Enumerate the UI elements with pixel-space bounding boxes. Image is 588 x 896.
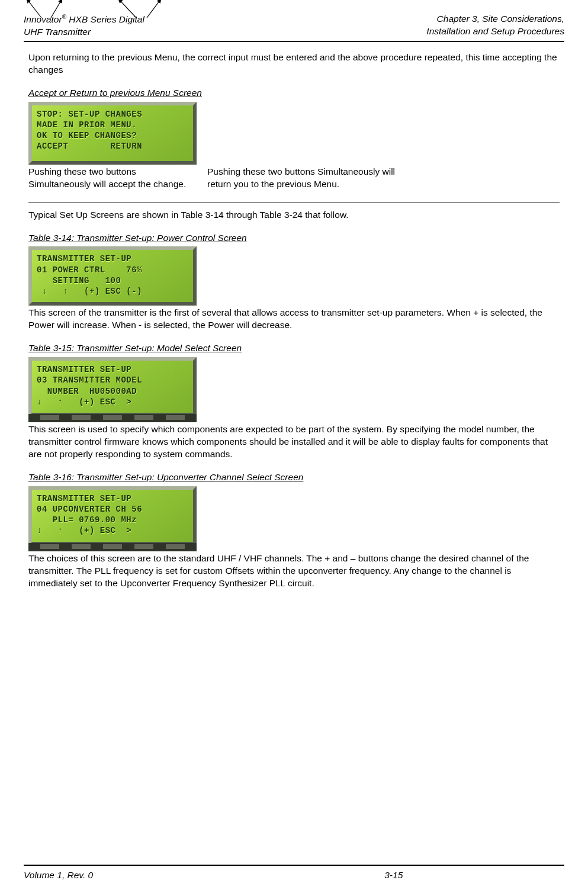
lcd-display-14: TRANSMITTER SET-UP 01 POWER CTRL 76% SET…	[28, 246, 197, 306]
table-14-caption: Table 3-14: Transmitter Set-up: Power Co…	[28, 232, 560, 245]
lcd1-line4: ACCEPT RETURN	[37, 142, 142, 151]
t16-l1: TRANSMITTER SET-UP	[37, 494, 131, 503]
chapter-title-2: Installation and Setup Procedures	[426, 26, 564, 36]
intro-paragraph: Upon returning to the previous Menu, the…	[28, 52, 560, 76]
table-16-desc: The choices of this screen are to the st…	[28, 553, 560, 590]
lcd-photo-16: TRANSMITTER SET-UP 04 UPCONVERTER CH 56 …	[28, 486, 560, 551]
t14-l2: 01 POWER CTRL 76%	[37, 265, 142, 275]
button-nub	[40, 544, 59, 549]
button-nub	[40, 415, 59, 420]
t16-l3: PLL= 0769.00 MHz	[37, 515, 137, 525]
button-nub	[134, 544, 153, 549]
header-subtitle: UHF Transmitter	[24, 27, 91, 37]
button-nub	[103, 415, 122, 420]
svg-line-1	[51, 0, 62, 18]
button-nub	[166, 415, 185, 420]
button-nub	[103, 544, 122, 549]
lcd-display-1: STOP: SET-UP CHANGES MADE IN PRIOR MENU.…	[28, 102, 197, 165]
chapter-title-1: Chapter 3, Site Considerations,	[437, 14, 564, 24]
button-nub	[134, 415, 153, 420]
annotation-right: Pushing these two buttons Simultaneously…	[207, 166, 397, 191]
lcd1-line3: OK TO KEEP CHANGES?	[37, 131, 137, 140]
t16-l4: ↓ ↑ (+) ESC >	[37, 526, 131, 535]
table-15-caption: Table 3-15: Transmitter Set-up: Model Se…	[28, 342, 560, 355]
header-right: Chapter 3, Site Considerations, Installa…	[426, 13, 564, 38]
section-divider	[28, 203, 560, 203]
table-14-desc: This screen of the transmitter is the fi…	[28, 307, 560, 332]
button-row-16	[28, 543, 197, 551]
lcd-photo-14: TRANSMITTER SET-UP 01 POWER CTRL 76% SET…	[28, 246, 560, 306]
header-divider	[24, 41, 564, 42]
button-nub	[72, 415, 91, 420]
lcd-photo-15: TRANSMITTER SET-UP 03 TRANSMITTER MODEL …	[28, 357, 560, 422]
annotation-arrows	[0, 0, 184, 20]
svg-line-2	[118, 0, 136, 18]
annotation-left: Pushing these two buttons Simultaneously…	[28, 166, 193, 191]
lcd1-line2: MADE IN PRIOR MENU.	[37, 120, 137, 130]
t15-l2: 03 TRANSMITTER MODEL	[37, 375, 142, 385]
t15-l1: TRANSMITTER SET-UP	[37, 365, 131, 374]
t14-l4: ↓ ↑ (+) ESC (-)	[37, 287, 142, 296]
lcd-display-16: TRANSMITTER SET-UP 04 UPCONVERTER CH 56 …	[28, 486, 197, 545]
t14-l1: TRANSMITTER SET-UP	[37, 254, 131, 264]
svg-line-0	[27, 0, 41, 18]
accept-caption: Accept or Return to previous Menu Screen	[28, 87, 560, 99]
table-15-desc: This screen is used to specify which com…	[28, 423, 560, 461]
t14-l3: SETTING 100	[37, 276, 121, 285]
table-16-caption: Table 3-16: Transmitter Set-up: Upconver…	[28, 471, 560, 484]
svg-line-3	[147, 0, 161, 18]
button-nub	[72, 544, 91, 549]
t15-l3: NUMBER HU05000AD	[37, 387, 137, 396]
t15-l4: ↓ ↑ (+) ESC >	[37, 397, 131, 407]
button-row-15	[28, 414, 197, 422]
button-nub	[166, 544, 185, 549]
annotation-row: Pushing these two buttons Simultaneously…	[28, 166, 560, 191]
typical-paragraph: Typical Set Up Screens are shown in Tabl…	[28, 209, 560, 221]
lcd1-line1: STOP: SET-UP CHANGES	[37, 110, 142, 119]
lcd-display-15: TRANSMITTER SET-UP 03 TRANSMITTER MODEL …	[28, 357, 197, 416]
lcd-photo-accept: STOP: SET-UP CHANGES MADE IN PRIOR MENU.…	[28, 102, 560, 165]
t16-l2: 04 UPCONVERTER CH 56	[37, 505, 142, 514]
